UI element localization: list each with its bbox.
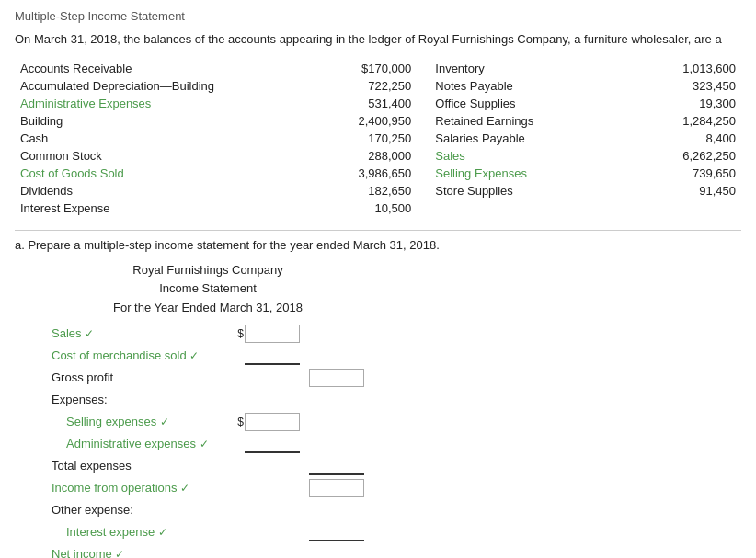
account-label2: Salaries Payable xyxy=(417,130,624,147)
stmt-label: Net income ✓ xyxy=(52,547,235,558)
table-row: Dividends 182,650 Store Supplies 91,450 xyxy=(15,182,741,199)
account-label: Accounts Receivable xyxy=(15,60,300,77)
statement-title: Income Statement xyxy=(52,279,364,299)
dollar-sign: $ xyxy=(237,416,244,428)
stmt-row: Total expenses xyxy=(52,456,364,476)
col1-input[interactable] xyxy=(245,347,300,365)
account-value2: 323,450 xyxy=(624,77,741,95)
col2-container xyxy=(300,545,364,558)
table-row: Cost of Goods Sold 3,986,650 Selling Exp… xyxy=(15,165,741,182)
account-label: Cost of Goods Sold xyxy=(15,165,300,182)
col1-spacer xyxy=(235,481,300,495)
section-title: Multiple-Step Income Statement xyxy=(15,9,741,23)
account-value: 2,400,950 xyxy=(300,112,417,130)
col1-input[interactable] xyxy=(245,325,300,343)
account-label: Cash xyxy=(15,130,300,147)
stmt-row: Income from operations ✓ xyxy=(52,478,364,498)
account-label2 xyxy=(417,199,624,217)
stmt-label: Cost of merchandise sold ✓ xyxy=(52,348,235,362)
col1-input[interactable] xyxy=(245,413,300,431)
stmt-label: Other expense: xyxy=(52,503,235,517)
stmt-label: Sales ✓ xyxy=(52,326,235,340)
account-value2: 19,300 xyxy=(624,95,741,112)
account-value2: 91,450 xyxy=(624,182,741,199)
stmt-row: Cost of merchandise sold ✓ xyxy=(52,346,364,366)
stmt-label: Administrative expenses ✓ xyxy=(52,437,235,450)
accounts-table: Accounts Receivable $170,000 Inventory 1… xyxy=(15,60,741,217)
statement-header: Royal Furnishings Company Income Stateme… xyxy=(52,261,364,318)
stmt-row: Net income ✓ xyxy=(52,544,364,558)
stmt-label: Gross profit xyxy=(52,370,235,384)
account-label: Dividends xyxy=(15,182,300,199)
account-label2: Selling Expenses xyxy=(417,165,624,182)
account-value: 3,986,650 xyxy=(300,165,417,182)
account-label2: Inventory xyxy=(417,60,624,77)
account-value2: 1,013,600 xyxy=(624,60,741,77)
col2-input[interactable] xyxy=(309,479,364,497)
account-value2: 1,284,250 xyxy=(624,112,741,130)
account-value: 288,000 xyxy=(300,147,417,165)
statement-rows: Sales ✓$Cost of merchandise sold ✓Gross … xyxy=(52,324,364,558)
stmt-label: Total expenses xyxy=(52,459,235,473)
col1-container: $ xyxy=(235,325,300,343)
income-statement: Royal Furnishings Company Income Stateme… xyxy=(52,261,364,559)
prepare-text: a. Prepare a multiple-step income statem… xyxy=(15,238,741,252)
col2-container xyxy=(300,523,364,541)
col1-container xyxy=(235,347,300,365)
account-value2: 6,262,250 xyxy=(624,147,741,165)
table-row: Accounts Receivable $170,000 Inventory 1… xyxy=(15,60,741,77)
account-label2: Notes Payable xyxy=(417,77,624,95)
account-value: 531,400 xyxy=(300,95,417,112)
col2-container xyxy=(300,479,364,497)
intro-text: On March 31, 2018, the balances of the a… xyxy=(15,30,741,49)
account-value: 170,250 xyxy=(300,130,417,147)
company-name: Royal Furnishings Company xyxy=(52,261,364,280)
account-value2: 739,650 xyxy=(624,165,741,182)
table-row: Cash 170,250 Salaries Payable 8,400 xyxy=(15,130,741,147)
stmt-label: Interest expense ✓ xyxy=(52,525,235,539)
stmt-row: Interest expense ✓ xyxy=(52,522,364,542)
stmt-row: Sales ✓$ xyxy=(52,324,364,344)
dollar-sign: $ xyxy=(237,327,244,340)
account-label: Building xyxy=(15,112,300,130)
col1-spacer xyxy=(235,547,300,558)
account-value: 10,500 xyxy=(300,199,417,217)
col2-container xyxy=(300,457,364,475)
account-label2: Store Supplies xyxy=(417,182,624,199)
stmt-label: Expenses: xyxy=(52,393,235,406)
account-value: 722,250 xyxy=(300,77,417,95)
table-row: Administrative Expenses 531,400 Office S… xyxy=(15,95,741,112)
col1-input[interactable] xyxy=(245,435,300,453)
account-label: Common Stock xyxy=(15,147,300,165)
table-row: Accumulated Depreciation—Building 722,25… xyxy=(15,77,741,95)
stmt-row: Other expense: xyxy=(52,500,364,520)
stmt-row: Selling expenses ✓$ xyxy=(52,412,364,432)
col2-input[interactable] xyxy=(309,523,364,541)
account-value: $170,000 xyxy=(300,60,417,77)
account-label: Administrative Expenses xyxy=(15,95,300,112)
table-row: Building 2,400,950 Retained Earnings 1,2… xyxy=(15,112,741,130)
account-label2: Retained Earnings xyxy=(417,112,624,130)
account-label: Accumulated Depreciation—Building xyxy=(15,77,300,95)
col2-input[interactable] xyxy=(309,369,364,387)
col2-input[interactable] xyxy=(309,545,364,558)
stmt-label: Income from operations ✓ xyxy=(52,481,235,495)
stmt-label: Selling expenses ✓ xyxy=(52,415,235,428)
account-label2: Office Supplies xyxy=(417,95,624,112)
account-value2: 8,400 xyxy=(624,130,741,147)
col2-input[interactable] xyxy=(309,457,364,475)
stmt-row: Administrative expenses ✓ xyxy=(52,434,364,454)
col2-container xyxy=(300,369,364,387)
stmt-row: Gross profit xyxy=(52,368,364,388)
stmt-row: Expenses: xyxy=(52,390,364,410)
col1-container xyxy=(235,435,300,453)
statement-period: For the Year Ended March 31, 2018 xyxy=(52,299,364,318)
divider xyxy=(15,230,741,231)
account-value2 xyxy=(624,199,741,217)
account-value: 182,650 xyxy=(300,182,417,199)
account-label: Interest Expense xyxy=(15,199,300,217)
table-row: Interest Expense 10,500 xyxy=(15,199,741,217)
col1-container: $ xyxy=(235,413,300,431)
table-row: Common Stock 288,000 Sales 6,262,250 xyxy=(15,147,741,165)
account-label2: Sales xyxy=(417,147,624,165)
